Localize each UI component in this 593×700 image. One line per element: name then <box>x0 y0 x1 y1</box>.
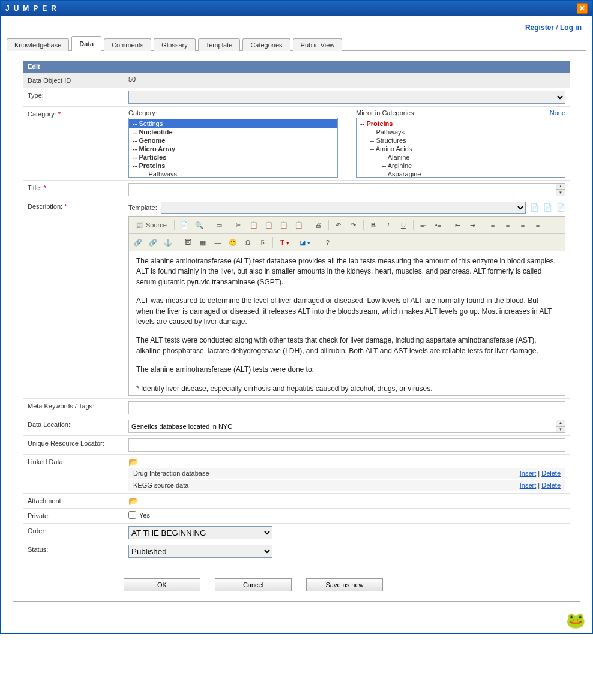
table-icon[interactable]: ▦ <box>196 236 209 248</box>
category-listbox[interactable]: -- Settings-- Nucleotide-- Genome-- Micr… <box>128 118 338 178</box>
label-data-object-id: Data Object ID <box>23 73 124 88</box>
close-icon[interactable]: ✕ <box>577 3 588 14</box>
frog-icon: 🐸 <box>566 611 585 630</box>
linked-insert-link[interactable]: Insert <box>520 482 537 489</box>
template-append-icon[interactable]: 📄 <box>556 203 565 212</box>
mirror-listbox[interactable]: -- Proteins-- Pathways-- Structures-- Am… <box>356 118 565 178</box>
copy-icon[interactable]: 📋 <box>247 219 260 231</box>
template-select[interactable] <box>161 202 526 214</box>
bold-icon[interactable]: B <box>367 219 380 231</box>
tab-glossary[interactable]: Glossary <box>154 38 195 51</box>
category-item[interactable]: -- Genome <box>129 136 337 145</box>
row-order: Order: AT THE BEGINNING <box>23 523 570 542</box>
tab-template[interactable]: Template <box>198 38 241 51</box>
tab-data[interactable]: Data <box>71 36 101 51</box>
unordered-list-icon[interactable]: •≡ <box>432 219 445 231</box>
special-char-icon[interactable]: Ω <box>241 236 254 248</box>
underline-icon[interactable]: U <box>397 219 410 231</box>
meta-input[interactable] <box>128 401 565 414</box>
cancel-button[interactable]: Cancel <box>215 578 292 591</box>
image-icon[interactable]: 🖼 <box>181 236 194 248</box>
help-icon[interactable]: ? <box>321 236 334 248</box>
row-url: Unique Resource Locator: <box>23 435 570 454</box>
category-item[interactable]: -- Settings <box>129 119 337 128</box>
cut-icon[interactable]: ✂ <box>232 219 245 231</box>
data-location-input[interactable] <box>128 420 565 433</box>
order-select[interactable]: AT THE BEGINNING <box>128 526 272 539</box>
status-select[interactable]: Published <box>128 545 272 558</box>
row-status: Status: Published <box>23 542 570 560</box>
category-item[interactable]: -- Proteins <box>129 161 337 170</box>
private-checkbox[interactable] <box>128 511 136 519</box>
align-justify-icon[interactable]: ≡ <box>531 219 544 231</box>
linked-folder-icon[interactable]: 📂 <box>128 457 139 467</box>
mirror-item[interactable]: -- Proteins <box>357 119 565 128</box>
align-center-icon[interactable]: ≡ <box>501 219 514 231</box>
ordered-list-icon[interactable]: ≡· <box>417 219 430 231</box>
tab-public-view[interactable]: Public View <box>293 38 343 51</box>
label-description: Description: <box>28 203 62 210</box>
template-load-icon[interactable]: 📄 <box>529 203 539 212</box>
mirror-none-link[interactable]: None <box>550 109 565 116</box>
save-as-new-button[interactable]: Save as new <box>306 578 383 591</box>
category-item[interactable]: -- Particles <box>129 153 337 161</box>
login-link[interactable]: Log in <box>560 23 582 32</box>
indent-icon[interactable]: ⇥ <box>466 219 480 231</box>
paste-word-icon[interactable]: 📋 <box>292 219 306 231</box>
paste-text-icon[interactable]: 📋 <box>277 219 290 231</box>
outdent-icon[interactable]: ⇤ <box>451 219 465 231</box>
mirror-item[interactable]: -- Amino Acids <box>357 145 565 153</box>
italic-icon[interactable]: I <box>382 219 395 231</box>
data-location-spinner[interactable]: ▲▼ <box>556 420 565 433</box>
new-doc-icon[interactable]: 📄 <box>178 219 191 231</box>
ok-button[interactable]: OK <box>124 578 200 591</box>
type-select[interactable]: — <box>128 91 565 104</box>
editor-content[interactable]: The alanine aminotransferase (ALT) test … <box>129 251 565 395</box>
form-panel: Edit Data Object ID 50 Type: — Category:… <box>13 51 580 602</box>
title-spinner[interactable]: ▲▼ <box>556 183 565 196</box>
mirror-item[interactable]: -- Pathways <box>357 128 565 136</box>
tab-comments[interactable]: Comments <box>104 38 151 51</box>
rich-text-editor: 📰 Source 📄 🔍 ▭ ✂ 📋 📋 📋 📋 <box>128 216 565 396</box>
url-input[interactable] <box>128 438 565 452</box>
smiley-icon[interactable]: 🙂 <box>226 236 239 248</box>
title-input[interactable] <box>128 183 565 196</box>
tab-categories[interactable]: Categories <box>242 38 290 51</box>
row-type: Type: — <box>23 88 570 106</box>
link-icon[interactable]: 🔗 <box>131 236 145 248</box>
text-color-icon[interactable]: T▾ <box>276 236 293 248</box>
register-link[interactable]: Register <box>525 23 554 32</box>
category-item[interactable]: -- Pathways <box>129 170 337 178</box>
undo-icon[interactable]: ↶ <box>332 219 345 231</box>
templates-icon[interactable]: ▭ <box>212 219 226 231</box>
tab-knowledgebase[interactable]: Knowledgebase <box>7 38 69 51</box>
unlink-icon[interactable]: 🔗 <box>146 236 160 248</box>
bg-color-icon[interactable]: ◪▾ <box>295 236 315 248</box>
mirror-item[interactable]: -- Structures <box>357 136 565 145</box>
label-mirror-col: Mirror in Categories: <box>356 109 416 116</box>
print-icon[interactable]: 🖨 <box>312 219 325 231</box>
source-button[interactable]: 📰 Source <box>131 219 171 231</box>
mirror-item[interactable]: -- Alanine <box>357 153 565 161</box>
linked-delete-link[interactable]: Delete <box>541 470 561 477</box>
anchor-icon[interactable]: ⚓ <box>161 236 175 248</box>
linked-delete-link[interactable]: Delete <box>541 482 561 489</box>
paste-icon[interactable]: 📋 <box>262 219 275 231</box>
label-order: Order: <box>23 524 124 542</box>
row-meta: Meta Keywords / Tags: <box>23 398 570 417</box>
align-left-icon[interactable]: ≡ <box>486 219 499 231</box>
linked-insert-link[interactable]: Insert <box>520 470 537 477</box>
mirror-item[interactable]: -- Asparagine <box>357 170 565 178</box>
mirror-item[interactable]: -- Arginine <box>357 161 565 170</box>
editor-toolbar-1: 📰 Source 📄 🔍 ▭ ✂ 📋 📋 📋 📋 <box>129 217 565 234</box>
align-right-icon[interactable]: ≡ <box>516 219 529 231</box>
redo-icon[interactable]: ↷ <box>347 219 360 231</box>
page-break-icon[interactable]: ⎘ <box>256 236 269 248</box>
attachment-folder-icon[interactable]: 📂 <box>128 496 139 506</box>
hr-icon[interactable]: — <box>211 236 224 248</box>
category-item[interactable]: -- Nucleotide <box>129 128 337 136</box>
template-save-icon[interactable]: 📄 <box>543 203 552 212</box>
preview-icon[interactable]: 🔍 <box>193 219 206 231</box>
auth-links: Register / Log in <box>1 16 592 35</box>
category-item[interactable]: -- Micro Array <box>129 145 337 153</box>
